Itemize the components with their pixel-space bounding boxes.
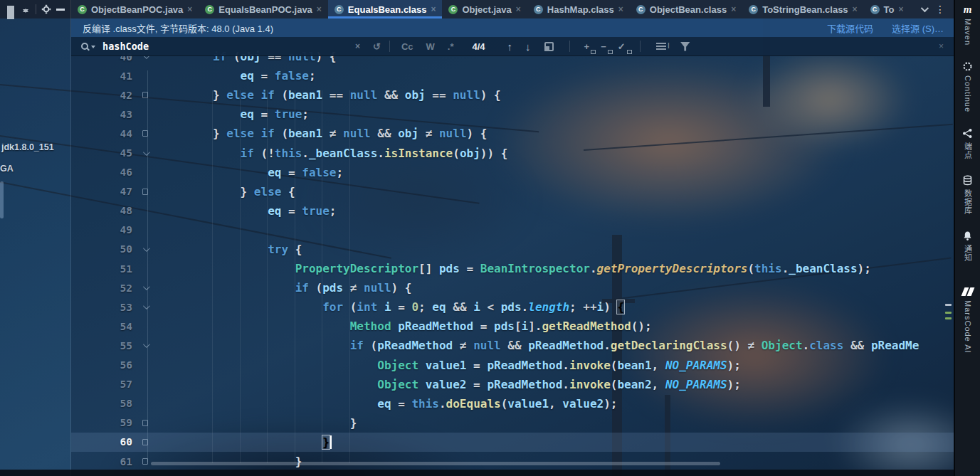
project-panel-header [0, 0, 71, 18]
class-file-icon: C [636, 5, 646, 14]
code-line-58[interactable]: 58 eq = this.doEquals(value1, value2); [71, 394, 954, 413]
hide-panel-icon[interactable] [56, 9, 65, 11]
panel-scrollbar[interactable] [0, 181, 4, 218]
tab-hashmap-class[interactable]: CHashMap.class× [527, 0, 630, 18]
fold-marker-icon[interactable] [132, 247, 158, 252]
fold-marker-icon[interactable] [132, 343, 158, 348]
line-number: 60 [71, 436, 132, 448]
code-line-49[interactable]: 49 [71, 221, 954, 240]
whole-words-toggle[interactable]: W [426, 41, 435, 52]
tool-window-endpoints[interactable]: 端点 [962, 128, 974, 159]
download-sources-link[interactable]: 下载源代码 [827, 21, 873, 35]
project-tree-item-jdk[interactable]: jdk1.8.0_151 [1, 142, 54, 152]
tab-objectbeanpoc-java[interactable]: CObjectBeanPOC.java× [71, 0, 199, 18]
search-match-mark [945, 312, 952, 314]
match-case-toggle[interactable]: Cc [401, 41, 413, 52]
code-text: if (!this._beanClass.isInstance(obj)) { [158, 147, 507, 160]
preserve-case-icon[interactable] [656, 42, 666, 51]
code-text: for (int i = 0; eq && i < pds.length; ++… [158, 300, 624, 314]
search-history-icon[interactable]: ↺ [373, 41, 381, 52]
fold-marker-icon[interactable] [132, 420, 158, 426]
code-text: Object value2 = pReadMethod.invoke(bean2… [158, 378, 741, 391]
more-options-icon[interactable]: ⋮ [935, 4, 945, 15]
tab-tostringbean-class[interactable]: CToStringBean.class× [742, 0, 863, 18]
project-tree-item-ga[interactable]: GA [0, 164, 14, 174]
close-tab-icon[interactable]: × [431, 5, 436, 14]
text-caret [330, 435, 332, 449]
tab-to[interactable]: CTo× [864, 0, 910, 18]
code-line-46[interactable]: 46 eq = false; [71, 163, 954, 182]
fold-marker-icon[interactable] [132, 189, 158, 195]
add-filter-icon[interactable]: + [584, 41, 590, 52]
code-line-52[interactable]: 52 if (pds ≠ null) { [71, 278, 954, 297]
tab-equalsbeanpoc-java[interactable]: CEqualsBeanPOC.java× [199, 0, 328, 18]
tab-equalsbean-class[interactable]: CEqualsBean.class× [328, 0, 443, 18]
code-line-43[interactable]: 43 eq = true; [71, 105, 954, 124]
code-line-42[interactable]: 42 } else if (bean1 == null && obj == nu… [71, 85, 954, 105]
code-line-50[interactable]: 50 try { [71, 240, 954, 259]
continue-icon [962, 61, 973, 72]
code-line-44[interactable]: 44 } else if (bean1 ≠ null && obj ≠ null… [71, 124, 954, 143]
code-line-59[interactable]: 59 } [71, 413, 954, 433]
fold-marker-icon[interactable] [132, 92, 158, 98]
horizontal-scrollbar[interactable] [151, 462, 720, 465]
check-filter-icon[interactable]: ✓ [618, 41, 626, 52]
close-tab-icon[interactable]: × [899, 5, 904, 14]
code-text: } else if (bean1 ≠ null && obj ≠ null) { [158, 127, 487, 140]
tab-objectbean-class[interactable]: CObjectBean.class× [630, 0, 742, 18]
code-line-45[interactable]: 45 if (!this._beanClass.isInstance(obj))… [71, 143, 954, 162]
tool-window-label: Continue [964, 75, 972, 112]
close-tab-icon[interactable]: × [731, 5, 736, 14]
code-editor[interactable]: 40 if (obj == null) {41 eq = false;42 } … [71, 19, 954, 476]
tool-window-continue[interactable]: Continue [962, 61, 973, 112]
settings-gear-icon[interactable] [43, 6, 50, 13]
code-line-41[interactable]: 41 eq = false; [71, 66, 954, 85]
line-number: 52 [71, 282, 132, 294]
close-tab-icon[interactable]: × [187, 5, 192, 14]
fold-marker-icon[interactable] [132, 285, 158, 290]
collapse-all-icon[interactable] [20, 5, 31, 14]
code-line-54[interactable]: 54 Method pReadMethod = pds[i].getReadMe… [71, 317, 954, 336]
code-line-53[interactable]: 53 for (int i = 0; eq && i < pds.length;… [71, 297, 954, 317]
tool-window-database[interactable]: 数据库 [962, 175, 974, 215]
code-line-48[interactable]: 48 eq = true; [71, 201, 954, 221]
close-tab-icon[interactable]: × [516, 5, 521, 14]
tool-window-notifications[interactable]: 通知 [962, 231, 974, 262]
tool-window-marscode[interactable]: MarsCode AI [962, 286, 973, 354]
search-icon [81, 43, 88, 50]
chevron-down-icon[interactable] [921, 4, 929, 12]
tool-window-maven[interactable]: mMaven [962, 4, 973, 46]
code-line-51[interactable]: 51 PropertyDescriptor[] pds = BeanIntros… [71, 259, 954, 278]
line-number: 56 [71, 359, 132, 371]
close-tab-icon[interactable]: × [618, 5, 623, 14]
regex-toggle[interactable]: .* [448, 41, 454, 52]
clear-search-icon[interactable]: × [355, 42, 360, 51]
tab-object-java[interactable]: CObject.java× [442, 0, 527, 18]
fold-marker-icon[interactable] [132, 130, 158, 137]
fold-marker-icon[interactable] [132, 305, 158, 310]
code-line-47[interactable]: 47 } else { [71, 182, 954, 201]
tab-label: ObjectBeanPOC.java [91, 4, 183, 15]
close-search-icon[interactable]: × [939, 42, 944, 51]
choose-sources-link[interactable]: 选择源 (S)… [892, 21, 944, 35]
previous-match-icon[interactable]: ↑ [507, 41, 513, 53]
next-match-icon[interactable]: ↓ [525, 41, 531, 53]
code-line-55[interactable]: 55 if (pReadMethod ≠ null && pReadMethod… [71, 336, 954, 355]
close-tab-icon[interactable]: × [317, 5, 322, 14]
ide-window: 40 if (obj == null) {41 eq = false;42 } … [0, 0, 980, 476]
code-line-60[interactable]: 60 } [71, 433, 954, 452]
search-in-selection-icon[interactable] [544, 42, 554, 51]
search-match-mark [945, 317, 952, 319]
search-input[interactable]: hashCode [102, 41, 149, 52]
fold-marker-icon[interactable] [132, 439, 158, 445]
close-tab-icon[interactable]: × [853, 5, 858, 14]
expand-all-icon[interactable] [4, 5, 15, 14]
tab-label: EqualsBean.class [348, 4, 427, 15]
fold-marker-icon[interactable] [132, 151, 158, 156]
tool-window-label: Maven [964, 18, 972, 46]
remove-filter-icon[interactable]: − [601, 41, 606, 52]
code-line-56[interactable]: 56 Object value1 = pReadMethod.invoke(be… [71, 356, 954, 375]
code-line-57[interactable]: 57 Object value2 = pReadMethod.invoke(be… [71, 375, 954, 394]
search-options-caret-icon[interactable] [91, 46, 95, 51]
filter-funnel-icon[interactable] [680, 42, 690, 51]
